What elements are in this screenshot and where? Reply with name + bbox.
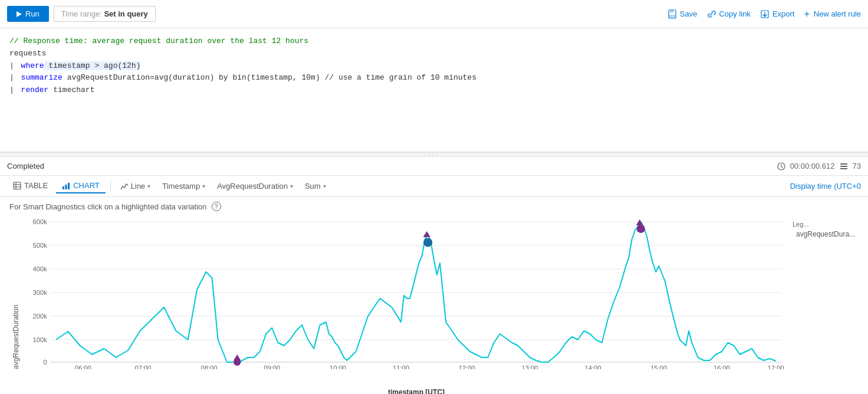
display-time: Display time (UTC+0 bbox=[790, 182, 861, 191]
query-editor[interactable]: // Response time: average request durati… bbox=[0, 28, 868, 152]
query-comment: // Response time: average request durati… bbox=[9, 35, 859, 48]
svg-rect-1 bbox=[670, 10, 673, 13]
time-range-prefix: Time range: bbox=[61, 9, 102, 18]
resize-handle[interactable]: ··· bbox=[0, 152, 868, 157]
svg-text:300k: 300k bbox=[33, 289, 48, 296]
svg-rect-2 bbox=[669, 15, 675, 18]
y-axis-label: avgRequestDuration bbox=[9, 216, 20, 369]
svg-rect-14 bbox=[68, 183, 70, 189]
svg-marker-45 bbox=[636, 219, 643, 225]
svg-text:10:00: 10:00 bbox=[330, 365, 346, 369]
chart-tabs-bar: TABLE CHART Line ▾ Timestamp ▾ AvgReques… bbox=[0, 176, 868, 197]
svg-point-44 bbox=[424, 238, 432, 247]
results-bar: Completed 00:00:00.612 73 bbox=[0, 157, 868, 176]
duration-value: 00:00:00.612 bbox=[790, 162, 835, 170]
new-alert-button[interactable]: + New alert rule bbox=[804, 9, 861, 19]
line-chevron-icon: ▾ bbox=[147, 183, 150, 189]
sum-dropdown[interactable]: Sum ▾ bbox=[300, 179, 331, 193]
svg-text:200k: 200k bbox=[33, 313, 48, 320]
tab-chart-label: CHART bbox=[73, 181, 100, 190]
line-label: Line bbox=[131, 182, 146, 191]
legend-item: avgRequestDura... bbox=[793, 230, 854, 238]
plus-icon: + bbox=[804, 9, 809, 19]
save-icon bbox=[668, 9, 677, 19]
svg-rect-12 bbox=[63, 186, 64, 189]
toolbar: Run Time range: Set in query Save Copy l… bbox=[0, 0, 868, 28]
toolbar-right-actions: Save Copy link Export + New alert rule bbox=[668, 9, 861, 19]
svg-text:13:00: 13:00 bbox=[522, 365, 538, 369]
table-icon bbox=[13, 182, 21, 190]
svg-text:400k: 400k bbox=[33, 265, 48, 272]
sum-chevron-icon: ▾ bbox=[323, 183, 326, 189]
smart-diagnostics-text: For Smart Diagnostics click on a highlig… bbox=[9, 202, 207, 211]
tab-table-label: TABLE bbox=[24, 181, 48, 190]
svg-text:07:00: 07:00 bbox=[135, 365, 152, 369]
legend-area: Leg... avgRequestDura... bbox=[788, 216, 859, 369]
svg-text:100k: 100k bbox=[33, 336, 48, 343]
export-button[interactable]: Export bbox=[760, 9, 795, 19]
svg-rect-8 bbox=[14, 182, 21, 189]
results-meta: 00:00:00.612 73 bbox=[777, 162, 861, 170]
svg-rect-5 bbox=[840, 163, 847, 165]
query-line3: | summarize avgRequestDuration=avg(durat… bbox=[9, 72, 859, 84]
chart-inner[interactable]: 600k 500k 400k 300k 200k 100k 0 06:00 07… bbox=[20, 216, 788, 369]
chart-svg: 600k 500k 400k 300k 200k 100k 0 06:00 07… bbox=[20, 216, 788, 369]
query-line2: | where timestamp > ago(12h) bbox=[9, 60, 859, 73]
svg-text:0: 0 bbox=[44, 359, 47, 366]
svg-text:12:00: 12:00 bbox=[459, 365, 475, 369]
copy-link-label: Copy link bbox=[719, 9, 750, 18]
avg-request-dropdown[interactable]: AvgRequestDuration ▾ bbox=[212, 179, 298, 193]
avg-chevron-icon: ▾ bbox=[290, 183, 293, 189]
sum-label: Sum bbox=[305, 182, 321, 191]
svg-text:15:00: 15:00 bbox=[650, 365, 667, 369]
svg-point-42 bbox=[234, 359, 241, 366]
play-icon bbox=[17, 11, 22, 17]
timestamp-chevron-icon: ▾ bbox=[202, 183, 205, 189]
svg-point-46 bbox=[637, 225, 645, 233]
svg-marker-43 bbox=[423, 231, 430, 237]
save-button[interactable]: Save bbox=[668, 9, 698, 19]
x-axis-label: timestamp [UTC] bbox=[35, 387, 797, 394]
svg-rect-13 bbox=[65, 185, 67, 189]
tab-chart[interactable]: CHART bbox=[56, 179, 106, 193]
time-range-button[interactable]: Time range: Set in query bbox=[54, 6, 156, 22]
tab-table[interactable]: TABLE bbox=[7, 179, 54, 193]
line-dropdown[interactable]: Line ▾ bbox=[116, 179, 156, 193]
new-alert-label: New alert rule bbox=[814, 9, 861, 18]
svg-text:17:00: 17:00 bbox=[768, 365, 784, 369]
line-chart-icon bbox=[120, 182, 129, 191]
svg-text:11:00: 11:00 bbox=[393, 365, 409, 369]
chart-icon bbox=[62, 182, 70, 190]
chart-container: avgRequestDuration 600k 500k 400k 300k 2… bbox=[0, 216, 868, 387]
smart-diagnostics-bar: For Smart Diagnostics click on a highlig… bbox=[0, 197, 868, 216]
timestamp-label: Timestamp bbox=[162, 182, 200, 191]
chart-area: For Smart Diagnostics click on a highlig… bbox=[0, 197, 868, 394]
svg-text:16:00: 16:00 bbox=[714, 365, 730, 369]
svg-text:08:00: 08:00 bbox=[200, 365, 217, 369]
status-text: Completed bbox=[7, 162, 44, 170]
svg-text:06:00: 06:00 bbox=[75, 365, 91, 369]
timestamp-dropdown[interactable]: Timestamp ▾ bbox=[157, 179, 210, 193]
legend-series-label: avgRequestDura... bbox=[796, 230, 855, 238]
svg-rect-6 bbox=[840, 166, 847, 167]
rows-icon bbox=[840, 162, 848, 170]
svg-text:600k: 600k bbox=[33, 218, 48, 225]
help-icon[interactable]: ? bbox=[212, 202, 221, 211]
run-button[interactable]: Run bbox=[7, 6, 49, 22]
svg-text:09:00: 09:00 bbox=[264, 365, 280, 369]
copy-link-icon bbox=[706, 9, 716, 19]
save-label: Save bbox=[680, 9, 698, 18]
svg-text:500k: 500k bbox=[33, 242, 48, 249]
svg-rect-7 bbox=[840, 168, 847, 169]
query-line4: | render timechart bbox=[9, 84, 859, 97]
copy-link-button[interactable]: Copy link bbox=[706, 9, 750, 19]
run-label: Run bbox=[25, 9, 40, 18]
legend-title: Leg... bbox=[793, 221, 854, 228]
export-label: Export bbox=[772, 9, 795, 18]
avg-request-label: AvgRequestDuration bbox=[217, 182, 288, 191]
tab-separator bbox=[110, 180, 111, 192]
export-icon bbox=[760, 9, 770, 19]
rows-value: 73 bbox=[853, 162, 861, 170]
query-table: requests bbox=[9, 48, 859, 60]
clock-icon bbox=[777, 162, 785, 170]
